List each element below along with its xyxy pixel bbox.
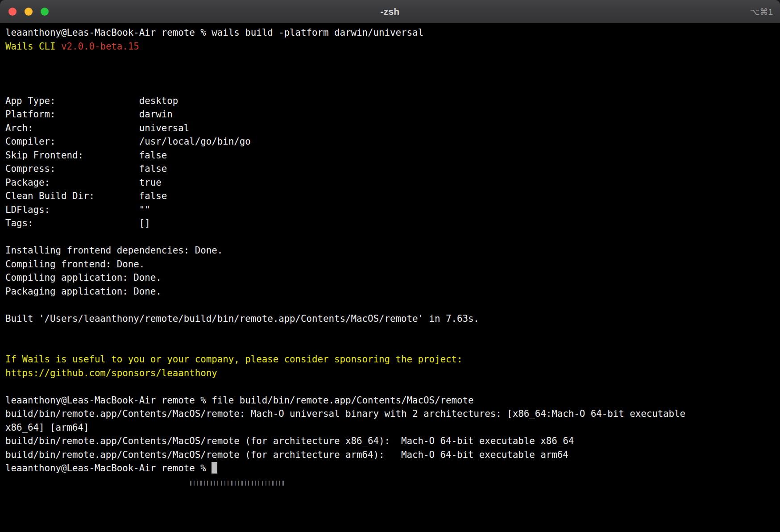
terminal-line (5, 339, 775, 353)
clipped-content-artifact (190, 481, 286, 486)
terminal-line: Platform: darwin (5, 108, 775, 121)
terminal-line: Compiler: /usr/local/go/bin/go (5, 135, 775, 149)
terminal-line (5, 230, 775, 244)
terminal-line: Tags: [] (5, 216, 775, 230)
terminal-line (5, 325, 775, 339)
terminal-text-segment: x86_64] [arm64] (5, 422, 89, 433)
terminal-text-segment: Compress: false (5, 163, 167, 174)
terminal-text-segment: Wails CLI (5, 41, 61, 52)
terminal-line: https://github.com/sponsors/leaanthony (5, 366, 775, 380)
terminal-line: If Wails is useful to you or your compan… (5, 353, 775, 366)
terminal-line: Wails CLI v2.0.0-beta.15 (5, 40, 775, 54)
terminal-line: build/bin/remote.app/Contents/MacOS/remo… (5, 434, 775, 448)
terminal-line: build/bin/remote.app/Contents/MacOS/remo… (5, 407, 775, 421)
terminal-text-segment: Built '/Users/leaanthony/remote/build/bi… (5, 313, 479, 324)
terminal-line: Arch: universal (5, 121, 775, 135)
terminal-line: Built '/Users/leaanthony/remote/build/bi… (5, 312, 775, 326)
terminal-text-segment: build/bin/remote.app/Contents/MacOS/remo… (5, 449, 568, 460)
terminal-text-segment: Installing frontend dependencies: Done. (5, 245, 223, 256)
close-button[interactable] (8, 8, 17, 16)
terminal-line: x86_64] [arm64] (5, 421, 775, 435)
terminal-line: Clean Build Dir: false (5, 189, 775, 203)
window-title: -zsh (0, 0, 780, 23)
terminal-text-segment: Packaging application: Done. (5, 286, 162, 297)
terminal-text-segment: build/bin/remote.app/Contents/MacOS/remo… (5, 436, 574, 446)
terminal-line: Compiling application: Done. (5, 271, 775, 285)
terminal-line (5, 80, 775, 94)
terminal-text-segment: Arch: universal (5, 123, 189, 133)
terminal-line: Compress: false (5, 162, 775, 176)
terminal-line: Packaging application: Done. (5, 285, 775, 299)
terminal-line: LDFlags: "" (5, 203, 775, 217)
terminal-line: leaanthony@Leas-MacBook-Air remote % fil… (5, 394, 775, 407)
terminal-text-segment: build/bin/remote.app/Contents/MacOS/remo… (5, 408, 685, 419)
terminal-line: Package: true (5, 176, 775, 190)
terminal-text-segment: Package: true (5, 177, 162, 188)
terminal-line (5, 298, 775, 312)
terminal-text-segment: Compiler: /usr/local/go/bin/go (5, 136, 251, 147)
terminal-text-segment: leaanthony@Leas-MacBook-Air remote % fil… (5, 395, 473, 406)
terminal-text-segment: If Wails is useful to you or your compan… (5, 354, 462, 365)
terminal-text-segment: Compiling frontend: Done. (5, 259, 145, 270)
terminal-line: build/bin/remote.app/Contents/MacOS/remo… (5, 448, 775, 462)
terminal-text-segment: https://github.com/sponsors/leaanthony (5, 368, 217, 378)
window-titlebar[interactable]: -zsh ⌥⌘1 (0, 0, 780, 24)
terminal-line: Compiling frontend: Done. (5, 258, 775, 271)
zoom-button[interactable] (41, 8, 49, 16)
terminal-screen[interactable]: leaanthony@Leas-MacBook-Air remote % wai… (0, 24, 780, 475)
terminal-line: leaanthony@Leas-MacBook-Air remote % wai… (5, 26, 775, 40)
terminal-text-segment: App Type: desktop (5, 96, 178, 106)
terminal-line: App Type: desktop (5, 94, 775, 108)
minimize-button[interactable] (25, 8, 33, 16)
terminal-line (5, 53, 775, 67)
terminal-text-segment: LDFlags: "" (5, 204, 150, 215)
terminal-text-segment: Skip Frontend: false (5, 150, 167, 161)
terminal-text-segment: leaanthony@Leas-MacBook-Air remote % (5, 463, 212, 474)
terminal-text-segment: v2.0.0-beta.15 (61, 41, 139, 52)
terminal-text-segment: leaanthony@Leas-MacBook-Air remote % wai… (5, 27, 423, 38)
terminal-line (5, 380, 775, 394)
terminal-line: Installing frontend dependencies: Done. (5, 244, 775, 258)
terminal-line: leaanthony@Leas-MacBook-Air remote % (5, 461, 775, 475)
terminal-line: Skip Frontend: false (5, 149, 775, 162)
window-shortcut-badge: ⌥⌘1 (750, 0, 773, 23)
terminal-line (5, 67, 775, 81)
terminal-cursor (212, 462, 217, 474)
terminal-text-segment: Clean Build Dir: false (5, 191, 167, 201)
traffic-lights (8, 8, 49, 16)
terminal-text-segment: Platform: darwin (5, 109, 173, 120)
terminal-text-segment: Compiling application: Done. (5, 272, 162, 283)
terminal-text-segment: Tags: [] (5, 218, 150, 229)
terminal-window: -zsh ⌥⌘1 leaanthony@Leas-MacBook-Air rem… (0, 0, 780, 532)
